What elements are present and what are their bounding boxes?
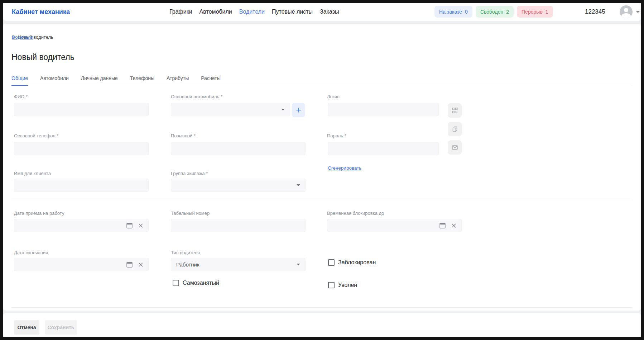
badge-on-order-count: 0: [465, 9, 468, 15]
add-car-button[interactable]: [292, 103, 305, 117]
blocked-checkbox-label: Заблокирован: [338, 259, 376, 266]
caret-down-icon: [281, 109, 285, 110]
tab-attributes[interactable]: Атрибуты: [167, 75, 189, 86]
action-bar: Отмена Сохранить: [3, 313, 641, 337]
badge-break-count: 1: [546, 9, 548, 15]
nav-item-cars[interactable]: Автомобили: [200, 9, 232, 15]
tabs-divider: [11, 86, 633, 86]
main-car-select[interactable]: [171, 103, 290, 116]
calendar-icon[interactable]: [126, 261, 133, 268]
password-input[interactable]: [328, 142, 439, 155]
checkbox-icon: [328, 259, 335, 266]
tab-number-input[interactable]: [171, 219, 306, 232]
clear-icon[interactable]: [138, 223, 144, 228]
user-id: 122345: [585, 3, 605, 21]
fired-checkbox-label: Уволен: [338, 282, 357, 288]
block-until-input[interactable]: [327, 219, 462, 232]
copy-icon: [452, 126, 458, 132]
caret-down-icon: [297, 184, 300, 186]
hire-date-input[interactable]: [14, 219, 149, 232]
avatar-icon: [620, 5, 633, 18]
badge-break[interactable]: Перерыв 1: [517, 6, 553, 18]
page-background: Кабинет механика Графики Автомобили Води…: [3, 3, 641, 337]
tab-number-label: Табельный номер: [171, 211, 210, 216]
caret-down-icon: [297, 264, 300, 265]
qr-code-icon: [452, 107, 458, 114]
nav-item-graphics[interactable]: Графики: [169, 9, 192, 15]
blocked-checkbox[interactable]: Заблокирован: [328, 259, 376, 266]
badge-break-label: Перерыв: [522, 9, 543, 15]
crew-group-label: Группа экипажа *: [171, 171, 208, 176]
bottom-divider: [11, 307, 633, 308]
envelope-icon: [452, 144, 458, 151]
callsign-input[interactable]: [171, 142, 306, 155]
app-logo[interactable]: Кабинет механика: [12, 3, 70, 21]
end-date-label: Дата окончания: [14, 250, 48, 255]
client-name-label: Имя для клиента: [14, 171, 51, 176]
email-button[interactable]: [448, 140, 462, 155]
phone-input[interactable]: [14, 142, 149, 155]
tab-phones[interactable]: Телефоны: [130, 75, 154, 86]
breadcrumb-drivers[interactable]: Водители: [12, 34, 33, 40]
checkbox-icon: [328, 282, 335, 288]
tab-bar: Общие Автомобили Личные данные Телефоны …: [11, 75, 221, 86]
main-car-label: Основной автомобиль *: [171, 94, 222, 99]
fio-input[interactable]: [14, 103, 149, 116]
badge-on-order[interactable]: На заказе 0: [434, 6, 472, 18]
screenshot-frame: Кабинет механика Графики Автомобили Води…: [0, 0, 644, 340]
login-label: Логин: [327, 94, 340, 99]
chevron-down-icon: [636, 11, 640, 13]
badge-on-order-label: На заказе: [439, 9, 462, 15]
badge-free[interactable]: Свободен 2: [476, 6, 514, 18]
hire-date-label: Дата приёма на работу: [14, 211, 64, 216]
driver-status-badges: На заказе 0 Свободен 2 Перерыв 1: [434, 6, 553, 18]
phone-label: Основной телефон *: [14, 133, 58, 138]
clear-icon[interactable]: [138, 262, 144, 268]
nav-item-drivers[interactable]: Водители: [239, 9, 265, 15]
self-employed-checkbox[interactable]: Самозанятый: [173, 280, 219, 286]
save-button[interactable]: Сохранить: [45, 320, 77, 335]
end-date-input[interactable]: [14, 258, 149, 271]
callsign-label: Позывной *: [171, 133, 196, 138]
driver-type-value: Работник: [176, 261, 297, 268]
new-driver-card: Водители > Новый водитель Новый водитель…: [3, 24, 641, 311]
password-label: Пароль *: [327, 133, 346, 138]
qr-code-button[interactable]: [448, 103, 462, 118]
tab-calculations[interactable]: Расчеты: [201, 75, 221, 86]
driver-type-select[interactable]: Работник: [171, 258, 306, 271]
driver-type-label: Тип водителя: [171, 250, 200, 255]
crew-group-select[interactable]: [171, 179, 306, 192]
tab-cars[interactable]: Автомобили: [40, 75, 69, 86]
fired-checkbox[interactable]: Уволен: [328, 282, 357, 288]
self-employed-checkbox-label: Самозанятый: [183, 280, 219, 286]
main-nav: Графики Автомобили Водители Путевые лист…: [169, 3, 339, 21]
plus-icon: [295, 107, 302, 113]
badge-free-count: 2: [506, 9, 509, 15]
user-menu-button[interactable]: [620, 5, 640, 18]
breadcrumb: Водители > Новый водитель: [12, 34, 53, 40]
checkbox-icon: [173, 280, 179, 286]
login-input[interactable]: [328, 103, 439, 116]
fio-label: ФИО *: [14, 94, 28, 99]
calendar-icon[interactable]: [126, 222, 133, 229]
page-title: Новый водитель: [11, 52, 75, 62]
copy-button[interactable]: [448, 122, 462, 136]
nav-item-waybills[interactable]: Путевые листы: [272, 9, 313, 15]
badge-free-label: Свободен: [480, 9, 503, 15]
generate-password-link[interactable]: Сгенерировать: [328, 165, 361, 171]
clear-icon[interactable]: [451, 223, 457, 228]
calendar-icon[interactable]: [439, 222, 446, 229]
block-until-label: Временная блокировка до: [327, 211, 384, 216]
cancel-button[interactable]: Отмена: [14, 320, 39, 335]
app-header: Кабинет механика Графики Автомобили Води…: [3, 3, 641, 21]
client-name-input[interactable]: [14, 179, 149, 192]
tab-general[interactable]: Общие: [11, 75, 28, 86]
section-divider: [11, 200, 633, 200]
tab-personal-data[interactable]: Личные данные: [81, 75, 118, 86]
nav-item-orders[interactable]: Заказы: [320, 9, 339, 15]
